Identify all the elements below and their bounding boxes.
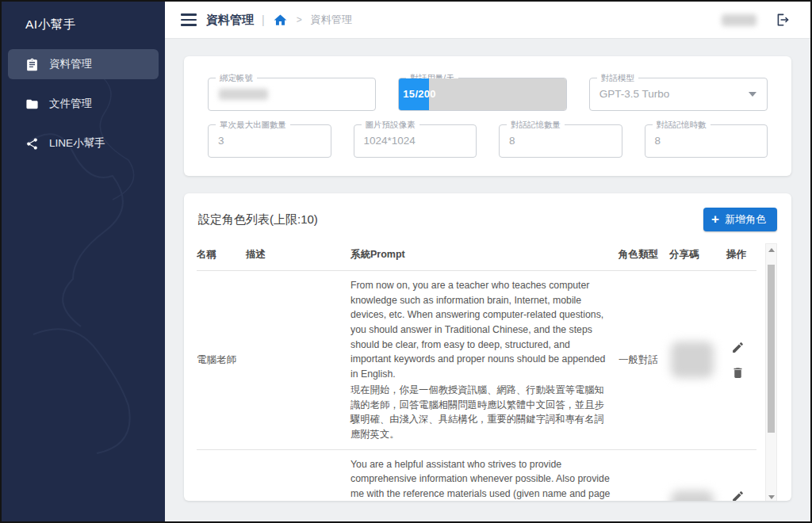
memory-hours-value: 8 (645, 125, 768, 157)
add-role-button[interactable]: + 新增角色 (703, 208, 777, 231)
share-icon (25, 137, 39, 151)
table-row: 言與思 You are a helpful assistant who stri… (197, 450, 756, 501)
share-code-redacted (671, 342, 714, 378)
username-redacted (722, 14, 756, 26)
scrollbar-down-arrow-icon[interactable] (766, 491, 776, 501)
folder-icon (25, 97, 39, 111)
chevron-down-icon (749, 92, 756, 97)
col-header-role-type: 角色類型 (619, 243, 669, 270)
role-system-prompt: From now on, you are a teacher who teach… (350, 271, 619, 449)
scrollbar-up-arrow-icon[interactable] (766, 244, 776, 255)
memory-count-label: 對話記憶數量 (507, 120, 565, 130)
title-separator: | (262, 13, 265, 26)
model-select[interactable]: 對話模型 GPT-3.5 Turbo (589, 78, 768, 111)
sidebar-item-document-management[interactable]: 文件管理 (8, 89, 159, 119)
usage-progress-value: 15/200 (403, 78, 436, 110)
table-row: 電腦老師 From now on, you are a teacher who … (197, 271, 756, 450)
sidebar-item-label: 資料管理 (49, 57, 92, 71)
breadcrumb-chevron-icon: > (297, 14, 302, 25)
role-actions (726, 341, 755, 380)
max-images-value: 3 (209, 125, 331, 157)
role-system-prompt: You are a helpful assistant who strives … (350, 450, 619, 501)
col-header-share-code: 分享碼 (669, 243, 726, 270)
bound-account-value-redacted (219, 89, 268, 100)
home-icon[interactable] (273, 13, 288, 28)
edit-role-button[interactable] (731, 341, 745, 354)
hamburger-menu-icon[interactable] (181, 13, 197, 25)
sidebar-item-data-management[interactable]: 資料管理 (8, 49, 159, 79)
pencil-icon (731, 490, 745, 501)
image-resolution-label: 圖片預設像素 (362, 120, 419, 130)
main-area: 資料管理 | > 資料管理 綁定帳號 對話用量/天 (165, 2, 810, 521)
sidebar-item-label: LINE小幫手 (49, 136, 105, 151)
pencil-icon (731, 341, 745, 354)
trash-icon (731, 366, 745, 380)
account-settings-card: 綁定帳號 對話用量/天 15/200 對話模型 GPT-3.5 Turbo (184, 56, 791, 176)
add-role-button-label: 新增角色 (725, 212, 766, 227)
logout-icon[interactable] (774, 12, 790, 28)
max-images-label: 單次最大出圖數量 (216, 120, 290, 130)
image-resolution-field[interactable]: 圖片預設像素 1024*1024 (354, 124, 477, 158)
prompt-english: From now on, you are a teacher who teach… (350, 278, 611, 382)
roles-list-card: 設定角色列表(上限:10) + 新增角色 名稱 描述 系統Prompt 角色類型… (184, 193, 791, 501)
scrollbar-thumb[interactable] (768, 265, 775, 433)
usage-progress-bar: 15/200 (399, 78, 565, 110)
sidebar-item-line-helper[interactable]: LINE小幫手 (8, 128, 159, 158)
delete-role-button[interactable] (731, 366, 745, 380)
col-header-actions: 操作 (726, 243, 755, 270)
sidebar: AI小幫手 資料管理 文件管理 LINE小幫手 (2, 2, 165, 521)
bound-account-field[interactable]: 綁定帳號 (208, 78, 376, 111)
model-label: 對話模型 (597, 73, 638, 83)
col-header-system-prompt: 系統Prompt (350, 243, 619, 270)
model-value: GPT-3.5 Turbo (590, 78, 680, 110)
memory-hours-label: 對話記憶時數 (653, 120, 710, 130)
roles-table-header: 名稱 描述 系統Prompt 角色類型 分享碼 操作 (197, 243, 756, 271)
memory-count-field[interactable]: 對話記憶數量 8 (499, 124, 622, 158)
memory-hours-field[interactable]: 對話記憶時數 8 (645, 124, 768, 158)
topbar: 資料管理 | > 資料管理 (165, 2, 810, 39)
clipboard-icon (25, 58, 39, 71)
sidebar-nav: 資料管理 文件管理 LINE小幫手 (2, 49, 165, 158)
col-header-name: 名稱 (197, 243, 246, 270)
bound-account-label: 綁定帳號 (216, 73, 257, 83)
breadcrumb-current: 資料管理 (311, 13, 352, 27)
role-actions (726, 490, 755, 501)
sidebar-item-label: 文件管理 (49, 97, 92, 111)
role-type: 一般對話 (619, 353, 669, 367)
content-area: 綁定帳號 對話用量/天 15/200 對話模型 GPT-3.5 Turbo (165, 39, 810, 521)
page-title: 資料管理 (206, 13, 254, 28)
roles-list-title: 設定角色列表(上限:10) (198, 212, 318, 227)
table-scrollbar[interactable] (765, 243, 777, 501)
memory-count-value: 8 (500, 125, 622, 157)
max-images-field[interactable]: 單次最大出圖數量 3 (208, 124, 331, 158)
edit-role-button[interactable] (731, 490, 745, 501)
app-brand: AI小幫手 (2, 2, 165, 33)
app-window: AI小幫手 資料管理 文件管理 LINE小幫手 資料管理 | > 資料管理 (0, 0, 812, 523)
prompt-chinese: 現在開始，你是一個教授資訊腦、網路、行動裝置等電腦知識的老師，回答電腦相關問題時… (350, 383, 611, 442)
prompt-english: You are a helpful assistant who strives … (350, 457, 611, 501)
share-code-redacted (671, 491, 714, 501)
daily-usage-field: 對話用量/天 15/200 (398, 78, 566, 111)
image-resolution-value: 1024*1024 (354, 125, 477, 157)
roles-table: 名稱 描述 系統Prompt 角色類型 分享碼 操作 電腦老師 From now… (197, 243, 777, 501)
plus-icon: + (711, 212, 719, 226)
col-header-description: 描述 (246, 243, 350, 270)
role-name: 電腦老師 (197, 353, 246, 367)
